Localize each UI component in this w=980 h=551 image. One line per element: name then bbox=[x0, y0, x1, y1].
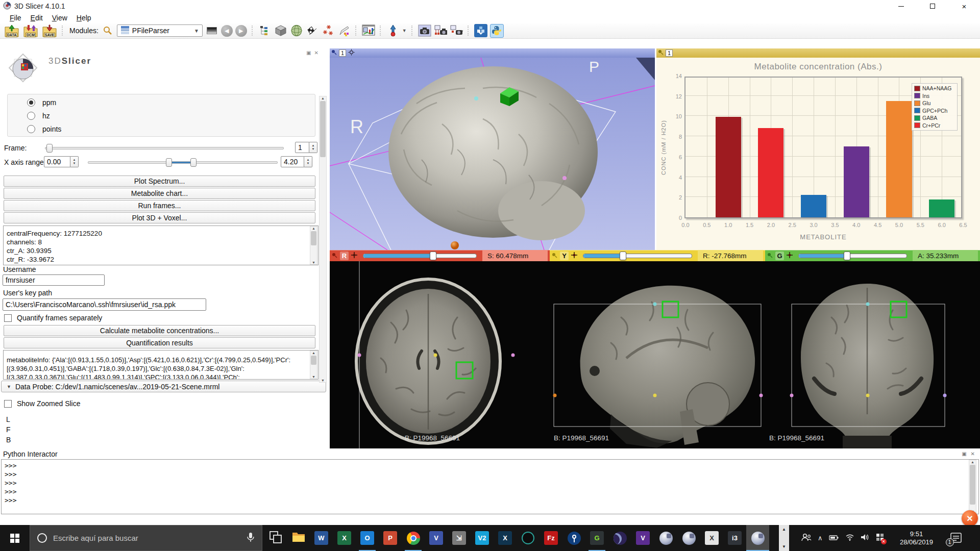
taskbar-clock[interactable]: 9:51 28/06/2019 bbox=[890, 530, 943, 546]
scroll-up-icon[interactable]: ▲ bbox=[312, 351, 315, 355]
screenshot-camera-icon[interactable] bbox=[418, 24, 431, 37]
unit-option-points[interactable]: points bbox=[8, 122, 315, 136]
scene-view-camera-icon[interactable] bbox=[434, 24, 447, 37]
fiducial-sphere-orange[interactable] bbox=[451, 241, 459, 249]
scroll-down-icon[interactable]: ▼ bbox=[782, 544, 786, 549]
coronal-slice-bar[interactable]: GA: 35.233mm bbox=[765, 250, 980, 261]
coronal-viewport[interactable]: B: P19968_56691 bbox=[765, 261, 980, 448]
taskbar-password-safe[interactable] bbox=[562, 525, 585, 551]
menu-file[interactable]: File bbox=[5, 14, 26, 22]
module-search-icon[interactable] bbox=[101, 24, 114, 37]
taskbar-mplab-x-ide[interactable]: X bbox=[494, 525, 517, 551]
taskbar-word[interactable]: W bbox=[310, 525, 333, 551]
scroll-up-icon[interactable]: ▲ bbox=[321, 96, 325, 100]
extensions-icon[interactable] bbox=[474, 24, 487, 37]
frame-spin-arrows[interactable]: ▲▼ bbox=[309, 142, 317, 153]
chart-viewport[interactable]: Metabolite concentration (Abs.) CONC (mM… bbox=[656, 58, 980, 250]
fiducial-dot-orange[interactable] bbox=[553, 394, 557, 397]
slice-crosshair-icon[interactable] bbox=[571, 252, 577, 260]
scroll-down-icon[interactable]: ▼ bbox=[312, 375, 315, 379]
action-center-icon[interactable]: 1 bbox=[949, 532, 963, 544]
plot-3d-voxel-button[interactable]: Plot 3D + Voxel... bbox=[4, 212, 315, 223]
x-max-value[interactable]: 4.20 bbox=[281, 156, 304, 167]
slice-offset-slider[interactable] bbox=[583, 254, 692, 258]
slice-letter-G[interactable]: G bbox=[775, 252, 784, 260]
markups-pen-icon[interactable] bbox=[337, 24, 351, 37]
slice-crosshair-icon[interactable] bbox=[351, 252, 357, 260]
chart-layout-icon[interactable] bbox=[362, 24, 375, 37]
taskbar-eclipse[interactable] bbox=[608, 525, 631, 551]
data-probe-collapsible[interactable]: ▼ Data Probe: C:/dev/1.namic/scenes/av..… bbox=[1, 381, 326, 392]
transforms-icon[interactable] bbox=[306, 24, 319, 37]
scroll-down-icon[interactable]: ▼ bbox=[321, 379, 325, 382]
slider-handle[interactable] bbox=[620, 252, 626, 260]
quantify-frames-checkbox[interactable] bbox=[4, 314, 12, 322]
module-selector[interactable]: PFileParser ▼ bbox=[117, 24, 203, 37]
fiducial-dot-pink[interactable] bbox=[790, 394, 794, 397]
x-min-spinbox[interactable]: 0.00 ▲▼ bbox=[44, 156, 79, 167]
maximize-button[interactable] bbox=[921, 0, 944, 12]
scroll-thumb[interactable] bbox=[970, 465, 975, 505]
sagittal-slice-bar[interactable]: YR: -27.768mm bbox=[550, 250, 765, 261]
radio-points[interactable] bbox=[27, 125, 35, 133]
minimize-button[interactable] bbox=[889, 0, 913, 12]
fiducial-dot-cyan[interactable] bbox=[653, 303, 657, 306]
scroll-up-icon[interactable]: ▲ bbox=[312, 227, 315, 230]
view-pin-icon[interactable] bbox=[658, 49, 664, 57]
slice-pin-icon[interactable] bbox=[332, 252, 337, 260]
calculate-concentrations-button[interactable]: Calculate metabolite concentrations... bbox=[4, 325, 315, 336]
slice-letter-Y[interactable]: Y bbox=[560, 252, 569, 260]
x-min-spin-arrows[interactable]: ▲▼ bbox=[70, 156, 79, 167]
quantification-results-button[interactable]: Quantification results bbox=[4, 337, 315, 348]
axial-slice-bar[interactable]: RS: 60.478mm bbox=[330, 250, 550, 261]
x-range-slider[interactable] bbox=[88, 161, 278, 164]
fiducial-dot-yellow[interactable] bbox=[653, 394, 657, 397]
frame-slider[interactable] bbox=[45, 147, 284, 149]
scroll-thumb[interactable] bbox=[311, 356, 316, 365]
python-undock-icon[interactable]: ▣ bbox=[962, 451, 966, 457]
chart-view-tab[interactable]: 1 bbox=[666, 49, 673, 57]
data-cube-icon[interactable] bbox=[274, 24, 287, 37]
scroll-thumb[interactable] bbox=[311, 231, 316, 245]
x-range-handle-max[interactable] bbox=[190, 158, 197, 167]
taskbar-remote-desktop[interactable]: ⇲ bbox=[448, 525, 471, 551]
scroll-down-icon[interactable]: ▼ bbox=[312, 261, 315, 264]
threed-view-tab[interactable]: 1 bbox=[339, 49, 346, 57]
metabolite-chart-button[interactable]: Metabolite chart... bbox=[4, 188, 315, 199]
fiducial-dot-yellow[interactable] bbox=[434, 354, 437, 357]
run-frames-button[interactable]: Run frames... bbox=[4, 200, 315, 211]
start-button[interactable] bbox=[0, 525, 30, 551]
panel-undock-icon[interactable]: ▣ bbox=[306, 50, 311, 56]
show-zoomed-checkbox[interactable] bbox=[4, 400, 12, 408]
view-pin-icon[interactable] bbox=[331, 49, 337, 57]
slider-handle[interactable] bbox=[430, 252, 436, 260]
taskbar-i3-app[interactable]: i3 bbox=[723, 525, 746, 551]
wifi-icon[interactable] bbox=[845, 534, 854, 542]
taskbar-x-server[interactable]: X bbox=[700, 525, 723, 551]
unit-option-ppm[interactable]: ppm bbox=[8, 96, 315, 109]
python-console[interactable]: >>>>>>>>>>>>>>> bbox=[1, 459, 979, 514]
radio-ppm[interactable] bbox=[27, 98, 35, 107]
volume-rendering-sphere-icon[interactable] bbox=[290, 24, 303, 37]
load-dicom-button[interactable]: DCM bbox=[23, 24, 38, 38]
slice-pin-icon[interactable] bbox=[552, 252, 557, 260]
save-button[interactable]: SAVE bbox=[42, 24, 57, 38]
metabolite-box-scrollbar[interactable]: ▲▼ bbox=[310, 350, 317, 379]
taskbar-chrome[interactable] bbox=[402, 525, 425, 551]
username-field[interactable]: fmrsiuser bbox=[3, 274, 105, 286]
modules-list-icon[interactable] bbox=[258, 24, 272, 37]
panel-close-icon[interactable]: ✕ bbox=[314, 50, 318, 56]
fiducial-dot-pink[interactable] bbox=[562, 176, 567, 180]
taskbar-task-view[interactable] bbox=[264, 525, 287, 551]
view-crosshair-icon[interactable] bbox=[348, 49, 355, 57]
metabolite-info-box[interactable]: metaboliteInfo: {'Ala':[(0.913,1.55,0.10… bbox=[3, 350, 318, 380]
key-path-field[interactable]: C:\Users\FranciscoMarcano\.ssh\fmrsiuser… bbox=[3, 298, 206, 311]
taskbar-powerpoint[interactable]: P bbox=[379, 525, 402, 551]
x-max-spinbox[interactable]: 4.20 ▲▼ bbox=[281, 156, 312, 167]
tray-expand-chevron[interactable]: ∧ bbox=[818, 534, 823, 542]
fiducial-dot-pink[interactable] bbox=[511, 354, 515, 357]
taskbar-filezilla[interactable]: Fz bbox=[540, 525, 562, 551]
x-min-value[interactable]: 0.00 bbox=[44, 156, 70, 167]
acquisition-info-box[interactable]: centralFrequency: 1277125220channels: 8c… bbox=[3, 226, 318, 265]
module-history-back-icon[interactable]: ◀ bbox=[221, 25, 233, 37]
